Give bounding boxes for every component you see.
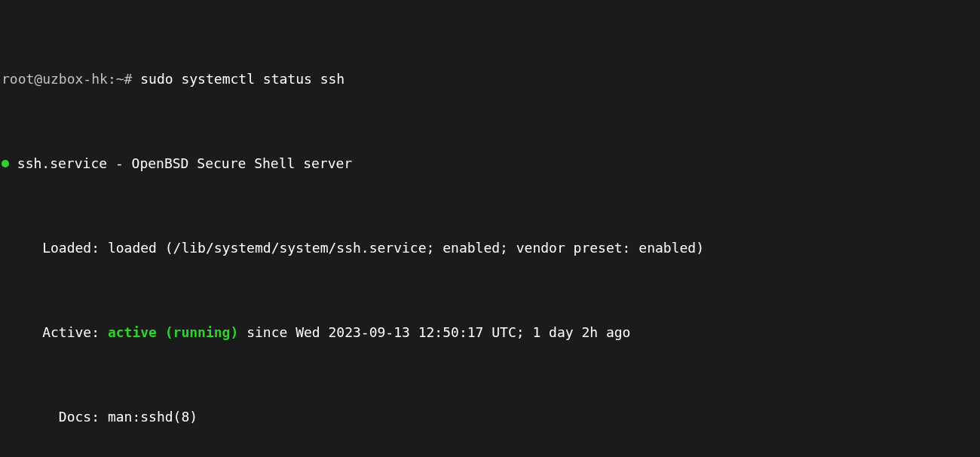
prompt-sep: : bbox=[108, 71, 116, 87]
docs-value: man:sshd(8) bbox=[108, 409, 198, 425]
active-line: Active: active (running) since Wed 2023-… bbox=[2, 324, 978, 341]
field-value: loaded (/lib/systemd/system/ssh.service;… bbox=[108, 240, 704, 256]
loaded-line: Loaded: loaded (/lib/systemd/system/ssh.… bbox=[2, 240, 978, 256]
active-since: since Wed 2023-09-13 12:50:17 UTC; 1 day… bbox=[247, 324, 630, 340]
unit-name: ssh.service bbox=[17, 155, 107, 171]
unit-desc: OpenBSD Secure Shell server bbox=[132, 155, 353, 171]
prompt-command: sudo systemctl status ssh bbox=[140, 71, 345, 87]
prompt-hash: # bbox=[124, 71, 133, 87]
prompt-path: ~ bbox=[116, 71, 124, 87]
terminal-output[interactable]: root@uzbox-hk:~# sudo systemctl status s… bbox=[0, 0, 980, 457]
docs-line: Docs: man:sshd(8) bbox=[2, 409, 978, 425]
prompt-userhost: root@uzbox-hk bbox=[2, 71, 108, 87]
field-label: Active: bbox=[42, 324, 100, 340]
field-label: Loaded: bbox=[42, 240, 100, 256]
service-header: ssh.service - OpenBSD Secure Shell serve… bbox=[2, 155, 978, 172]
prompt-line: root@uzbox-hk:~# sudo systemctl status s… bbox=[2, 71, 978, 87]
field-label: Docs: bbox=[59, 409, 100, 425]
status-dot-icon bbox=[2, 160, 9, 167]
active-state: active (running) bbox=[108, 324, 238, 340]
